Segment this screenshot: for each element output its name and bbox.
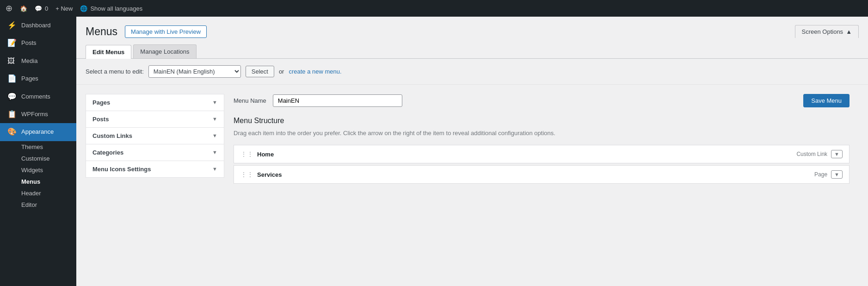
accordion-pages-arrow-icon: ▼	[212, 99, 217, 105]
sidebar-item-wpforms[interactable]: 📋 WPForms	[0, 106, 76, 123]
accordion-posts: Posts ▼	[86, 111, 224, 128]
accordion-categories-arrow-icon: ▼	[212, 149, 217, 155]
accordion-pages: Pages ▼	[86, 94, 224, 111]
sidebar-sub-header[interactable]: Header	[0, 187, 76, 199]
wpforms-icon: 📋	[7, 109, 17, 119]
two-col-layout: Pages ▼ Posts ▼ Custom Links ▼ Categorie…	[76, 85, 868, 195]
menu-item-services-type: Page	[814, 171, 827, 178]
customise-label: Customise	[21, 155, 49, 162]
accordion-categories-header[interactable]: Categories ▼	[86, 144, 224, 161]
accordion-menu-icons-settings: Menu Icons Settings ▼	[86, 161, 224, 177]
widgets-label: Widgets	[21, 167, 43, 174]
sidebar-sub-customise[interactable]: Customise	[0, 153, 76, 164]
menu-item-home-right: Custom Link ▼	[796, 150, 843, 158]
menu-item-home: ⋮⋮ Home Custom Link ▼	[234, 145, 850, 163]
accordion-posts-label: Posts	[92, 116, 109, 123]
screen-options-arrow-icon: ▲	[846, 28, 852, 35]
page-header: Menus Manage with Live Preview Screen Op…	[76, 17, 868, 39]
page-title: Menus	[86, 25, 117, 39]
sidebar-item-pages[interactable]: 📄 Pages	[0, 70, 76, 87]
comment-icon: 💬	[35, 5, 42, 12]
create-new-menu-link[interactable]: create a new menu.	[289, 68, 341, 75]
tab-edit-menus-label: Edit Menus	[92, 49, 124, 56]
save-menu-button[interactable]: Save Menu	[803, 94, 850, 107]
new-content-label: + New	[55, 5, 73, 12]
left-panel: Pages ▼ Posts ▼ Custom Links ▼ Categorie…	[86, 94, 224, 178]
accordion-posts-header[interactable]: Posts ▼	[86, 111, 224, 127]
sidebar-item-label: Appearance	[21, 128, 54, 136]
wp-logo-icon: ⊕	[6, 3, 12, 13]
accordion-categories-label: Categories	[92, 149, 123, 156]
select-menu-label: Select a menu to edit:	[86, 68, 144, 75]
home-link[interactable]: 🏠	[20, 5, 27, 12]
menu-item-services-right: Page ▼	[814, 170, 843, 179]
accordion-categories: Categories ▼	[86, 144, 224, 161]
sidebar-item-label: Media	[21, 57, 37, 65]
comments-sidebar-icon: 💬	[7, 92, 17, 102]
accordion-custom-links-label: Custom Links	[92, 132, 132, 139]
menu-name-label: Menu Name	[234, 97, 266, 104]
menu-structure-title: Menu Structure	[234, 117, 850, 125]
menu-item-home-expand-button[interactable]: ▼	[831, 150, 843, 158]
dashboard-icon: ⚡	[7, 20, 17, 31]
themes-label: Themes	[21, 143, 43, 150]
tab-manage-locations[interactable]: Manage Locations	[133, 44, 196, 58]
drag-handle-icon[interactable]: ⋮⋮	[240, 150, 253, 158]
menu-item-services-left: ⋮⋮ Services	[240, 171, 282, 178]
language-icon: 🌐	[80, 5, 87, 12]
tabs-bar: Edit Menus Manage Locations	[76, 39, 868, 59]
language-link[interactable]: 🌐 Show all languages	[80, 5, 142, 12]
appearance-icon: 🎨	[7, 127, 17, 137]
page-title-area: Menus Manage with Live Preview	[86, 25, 207, 39]
accordion-menu-icons-settings-arrow-icon: ▼	[212, 166, 217, 172]
right-panel: Menu Name Save Menu Menu Structure Drag …	[224, 94, 859, 186]
live-preview-button[interactable]: Manage with Live Preview	[125, 25, 207, 38]
sidebar-item-appearance[interactable]: 🎨 Appearance	[0, 123, 76, 141]
accordion-menu-icons-settings-header[interactable]: Menu Icons Settings ▼	[86, 161, 224, 177]
menu-item-home-type: Custom Link	[796, 151, 827, 157]
comments-link[interactable]: 💬 0	[35, 5, 48, 12]
sidebar-sub-editor[interactable]: Editor	[0, 199, 76, 211]
sidebar-sub-widgets[interactable]: Widgets	[0, 164, 76, 176]
sidebar-item-comments[interactable]: 💬 Comments	[0, 88, 76, 106]
menu-name-input[interactable]	[273, 94, 402, 107]
select-button[interactable]: Select	[246, 66, 274, 77]
menu-item-home-left: ⋮⋮ Home	[240, 150, 274, 158]
menu-item-services: ⋮⋮ Services Page ▼	[234, 165, 850, 184]
wp-logo[interactable]: ⊕	[6, 3, 12, 13]
new-content-link[interactable]: + New	[55, 5, 73, 12]
pages-icon: 📄	[7, 74, 17, 84]
sidebar-sub-themes[interactable]: Themes	[0, 141, 76, 153]
accordion-custom-links: Custom Links ▼	[86, 128, 224, 144]
sidebar-sub-menus[interactable]: Menus	[0, 176, 76, 187]
accordion-menu-icons-settings-label: Menu Icons Settings	[92, 166, 151, 173]
menus-label: Menus	[21, 178, 40, 185]
posts-icon: 📝	[7, 38, 17, 48]
menu-item-services-expand-button[interactable]: ▼	[831, 170, 843, 179]
tab-manage-locations-label: Manage Locations	[140, 48, 189, 55]
admin-bar: ⊕ 🏠 💬 0 + New 🌐 Show all languages	[0, 0, 868, 17]
sidebar-item-posts[interactable]: 📝 Posts	[0, 34, 76, 52]
accordion-pages-label: Pages	[92, 99, 110, 106]
sidebar-item-label: Comments	[21, 93, 50, 101]
select-menu-dropdown[interactable]: MainEN (Main English)	[148, 65, 241, 78]
menu-item-services-name: Services	[257, 171, 282, 178]
or-text: or	[279, 68, 284, 75]
header-label: Header	[21, 190, 41, 197]
sidebar-item-label: Posts	[21, 39, 37, 47]
sidebar-item-media[interactable]: 🖼 Media	[0, 52, 76, 70]
accordion-posts-arrow-icon: ▼	[212, 116, 217, 122]
screen-options-button[interactable]: Screen Options ▲	[795, 25, 859, 38]
drag-handle-services-icon[interactable]: ⋮⋮	[240, 171, 253, 178]
accordion-pages-header[interactable]: Pages ▼	[86, 94, 224, 111]
media-icon: 🖼	[7, 56, 17, 66]
sidebar-item-label: Dashboard	[21, 21, 51, 30]
menu-structure-desc: Drag each item into the order you prefer…	[234, 129, 850, 138]
sidebar: ⚡ Dashboard 📝 Posts 🖼 Media 📄 Pages 💬 Co…	[0, 17, 76, 286]
accordion-custom-links-arrow-icon: ▼	[212, 133, 217, 138]
tab-edit-menus[interactable]: Edit Menus	[86, 45, 131, 59]
sidebar-item-dashboard[interactable]: ⚡ Dashboard	[0, 17, 76, 34]
accordion-custom-links-header[interactable]: Custom Links ▼	[86, 128, 224, 144]
screen-options-label: Screen Options	[802, 28, 843, 35]
select-menu-row: Select a menu to edit: MainEN (Main Engl…	[76, 59, 868, 85]
